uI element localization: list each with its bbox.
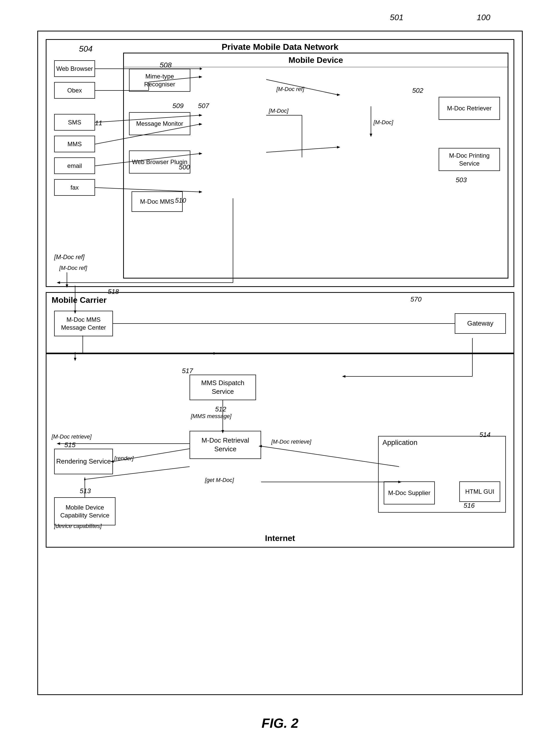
mdoc-printing-service-box: M-Doc Printing Service — [439, 148, 500, 171]
gateway-box: Gateway — [455, 313, 506, 334]
fig-caption: FIG. 2 — [24, 715, 536, 731]
mime-type-recogniser-box: Mime-type Recogniser — [129, 69, 190, 92]
rendering-service-box: Rendering Service — [54, 449, 113, 474]
mms-message-label: [MMS message] — [191, 413, 232, 420]
obex-box: Obex — [54, 82, 95, 99]
ref-510: 510 — [175, 197, 186, 204]
ref-509: 509 — [173, 102, 183, 110]
device-capabilities-label: [device capabilites] — [54, 523, 102, 530]
web-browser-box: Web Browser — [54, 60, 95, 77]
svg-marker-37 — [57, 442, 60, 445]
get-mdoc-label: [get M-Doc] — [205, 477, 234, 483]
mobile-device-capability-service-box: Mobile Device Capability Service — [54, 497, 116, 526]
ref-570: 570 — [411, 295, 422, 303]
svg-marker-44 — [84, 477, 85, 480]
application-outer-box: Application M-Doc Supplier 516 HTML GUI — [378, 436, 506, 513]
mdoc-retrieval-service-box: M-Doc Retrieval Service — [189, 431, 261, 459]
main-diagram: 504 Private Mobile Data Network Mobile D… — [37, 31, 523, 695]
application-label: Application — [379, 436, 505, 449]
ref-507: 507 — [198, 102, 209, 110]
mdoc-ref-label-pmdn: [M-Doc ref] — [54, 254, 84, 261]
mobile-device-box: Mobile Device 508 Mime-type Recogniser 5… — [123, 53, 508, 278]
ref-502: 502 — [412, 86, 423, 95]
ref-500: 500 — [179, 163, 190, 171]
mdoc-mms-message-center-box: M-Doc MMS Message Center — [54, 311, 113, 336]
mdoc-supplier-box: M-Doc Supplier — [384, 481, 435, 505]
message-monitor-box: Message Monitor — [129, 112, 190, 135]
internet-title: Internet — [265, 534, 295, 543]
ref-518: 518 — [108, 288, 119, 296]
diagram-container: 501 100 504 Private Mobile Data Network … — [24, 10, 536, 731]
render-label: [render] — [114, 455, 134, 462]
ref-515: 515 — [64, 441, 75, 449]
mdoc-retrieve-left-label: [M-Doc retrieve] — [52, 433, 92, 440]
ref-512: 512 — [215, 405, 226, 413]
sms-box: SMS — [54, 114, 95, 131]
email-box: email — [54, 157, 95, 174]
mdoc-retrieve-right-label: [M-Doc retrieve] — [271, 438, 311, 445]
ref-517: 517 — [182, 367, 193, 375]
pmdn-title: Private Mobile Data Network — [46, 40, 514, 54]
ref-516: 516 — [464, 501, 475, 510]
mms-box: MMS — [54, 136, 95, 152]
ref-503: 503 — [456, 176, 467, 184]
mdoc-retriever-box: M-Doc Retriever — [439, 97, 500, 120]
svg-marker-30 — [66, 284, 68, 288]
svg-text:[M-Doc ref]: [M-Doc ref] — [59, 265, 87, 271]
fax-box: fax — [54, 179, 95, 196]
mms-dispatch-service-box: MMS Dispatch Service — [189, 375, 256, 400]
svg-marker-27 — [57, 281, 60, 284]
pmdn-box: Private Mobile Data Network Mobile Devic… — [46, 39, 514, 287]
mobile-device-title: Mobile Device — [124, 54, 508, 67]
ref-508: 508 — [160, 61, 172, 69]
carrier-box: 518 570 Mobile Carrier M-Doc MMS Message… — [46, 292, 514, 353]
internet-box: 517 MMS Dispatch Service 512 [MMS messag… — [46, 353, 514, 548]
ref-513: 513 — [80, 487, 91, 495]
ref-501: 501 — [390, 13, 403, 22]
html-gui-box: HTML GUI — [459, 481, 500, 502]
ref-100: 100 — [477, 13, 490, 22]
